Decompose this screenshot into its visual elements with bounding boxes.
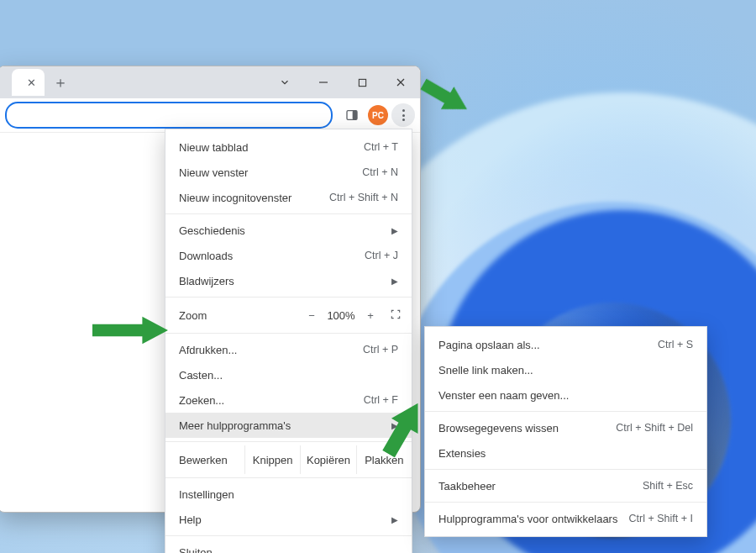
menu-label: Taakbeheer bbox=[438, 480, 496, 492]
menu-item-help[interactable]: Help ▶ bbox=[165, 507, 412, 532]
menu-label: Bladwijzers bbox=[179, 275, 234, 287]
tab-active[interactable]: tab ✕ bbox=[12, 69, 45, 96]
menu-item-new-incognito[interactable]: Nieuw incognitovenster Ctrl + Shift + N bbox=[165, 185, 412, 210]
chevron-right-icon: ▶ bbox=[391, 226, 398, 235]
svg-rect-2 bbox=[353, 111, 357, 120]
submenu-item-save-page[interactable]: Pagina opslaan als... Ctrl + S bbox=[425, 332, 706, 357]
menu-label: Zoeken... bbox=[179, 394, 224, 407]
menu-item-cast[interactable]: Casten... bbox=[165, 362, 412, 387]
menu-shortcut: Ctrl + F bbox=[364, 394, 398, 406]
menu-label: Instellingen bbox=[179, 488, 234, 501]
fullscreen-button[interactable] bbox=[390, 308, 402, 323]
menu-separator bbox=[425, 411, 706, 412]
menu-separator bbox=[165, 441, 412, 442]
more-tools-submenu: Pagina opslaan als... Ctrl + S Snelle li… bbox=[424, 326, 707, 537]
close-icon bbox=[396, 77, 406, 87]
menu-shortcut: Shift + Esc bbox=[643, 480, 693, 492]
close-tab-icon[interactable]: ✕ bbox=[27, 76, 36, 89]
maximize-icon bbox=[358, 78, 367, 87]
side-panel-button[interactable] bbox=[339, 103, 365, 128]
menu-label: Nieuw tabblad bbox=[179, 141, 248, 154]
menu-separator bbox=[165, 333, 412, 334]
menu-separator bbox=[165, 297, 412, 298]
new-tab-button[interactable]: ＋ bbox=[50, 71, 71, 93]
menu-item-edit: Bewerken Knippen Kopiëren Plakken bbox=[165, 445, 412, 474]
menu-label: Hulpprogramma's voor ontwikkelaars bbox=[438, 513, 617, 525]
menu-item-more-tools[interactable]: Meer hulpprogramma's ▶ bbox=[165, 413, 412, 438]
menu-label: Casten... bbox=[179, 369, 223, 382]
menu-label: Nieuw incognitovenster bbox=[179, 192, 291, 204]
submenu-item-task-manager[interactable]: Taakbeheer Shift + Esc bbox=[425, 473, 706, 498]
profile-avatar[interactable]: PC bbox=[368, 105, 388, 125]
edit-label: Bewerken bbox=[165, 445, 245, 474]
chevron-right-icon: ▶ bbox=[391, 421, 398, 430]
menu-label: Extensies bbox=[438, 447, 486, 460]
submenu-item-clear-data[interactable]: Browsegegevens wissen Ctrl + Shift + Del bbox=[425, 415, 706, 440]
avatar-initials: PC bbox=[372, 111, 384, 120]
svg-rect-0 bbox=[359, 79, 365, 86]
menu-label: Help bbox=[179, 514, 202, 526]
menu-label: Pagina opslaan als... bbox=[438, 339, 540, 351]
menu-label: Meer hulpprogramma's bbox=[179, 419, 291, 432]
menu-item-bookmarks[interactable]: Bladwijzers ▶ bbox=[165, 268, 412, 293]
zoom-percent: 100% bbox=[323, 309, 360, 322]
menu-label: Browsegegevens wissen bbox=[438, 422, 559, 434]
menu-separator bbox=[165, 535, 412, 536]
paste-button[interactable]: Plakken bbox=[357, 445, 412, 474]
menu-shortcut: Ctrl + N bbox=[362, 166, 398, 178]
menu-label: Geschiedenis bbox=[179, 224, 245, 237]
menu-shortcut: Ctrl + Shift + I bbox=[629, 513, 693, 524]
chevron-right-icon: ▶ bbox=[391, 276, 398, 286]
tab-strip: tab ✕ ＋ bbox=[0, 66, 265, 98]
menu-label: Venster een naam geven... bbox=[438, 389, 569, 402]
menu-item-history[interactable]: Geschiedenis ▶ bbox=[165, 218, 412, 243]
copy-button[interactable]: Kopiëren bbox=[301, 445, 356, 474]
menu-separator bbox=[425, 469, 706, 470]
minimize-icon bbox=[318, 77, 328, 87]
menu-item-settings[interactable]: Instellingen bbox=[165, 482, 412, 507]
menu-separator bbox=[425, 502, 706, 503]
chevron-down-icon bbox=[279, 76, 291, 88]
close-window-button[interactable] bbox=[381, 66, 420, 98]
menu-item-new-tab[interactable]: Nieuw tabblad Ctrl + T bbox=[165, 134, 412, 160]
menu-shortcut: Ctrl + S bbox=[658, 339, 693, 350]
submenu-item-create-shortcut[interactable]: Snelle link maken... bbox=[425, 357, 706, 382]
menu-shortcut: Ctrl + P bbox=[363, 344, 398, 356]
menu-shortcut: Ctrl + Shift + Del bbox=[616, 422, 693, 434]
side-panel-icon bbox=[345, 108, 359, 122]
menu-separator bbox=[165, 477, 412, 478]
zoom-out-button[interactable]: − bbox=[301, 309, 323, 322]
zoom-label: Zoom bbox=[179, 309, 207, 322]
menu-item-downloads[interactable]: Downloads Ctrl + J bbox=[165, 243, 412, 268]
kebab-dot-icon bbox=[402, 118, 405, 121]
zoom-in-button[interactable]: + bbox=[360, 309, 381, 322]
menu-label: Sluiten bbox=[179, 546, 213, 554]
menu-shortcut: Ctrl + Shift + N bbox=[329, 192, 398, 203]
menu-item-find[interactable]: Zoeken... Ctrl + F bbox=[165, 387, 412, 413]
menu-item-print[interactable]: Afdrukken... Ctrl + P bbox=[165, 337, 412, 362]
menu-item-zoom: Zoom − 100% + bbox=[165, 301, 412, 329]
menu-label: Nieuw venster bbox=[179, 166, 248, 179]
menu-label: Afdrukken... bbox=[179, 344, 237, 356]
menu-label: Snelle link maken... bbox=[438, 364, 533, 377]
submenu-item-dev-tools[interactable]: Hulpprogramma's voor ontwikkelaars Ctrl … bbox=[425, 506, 706, 531]
titlebar: tab ✕ ＋ bbox=[0, 66, 420, 98]
toolbar: PC bbox=[0, 98, 420, 133]
menu-shortcut: Ctrl + T bbox=[364, 141, 398, 153]
kebab-dot-icon bbox=[402, 114, 405, 117]
kebab-dot-icon bbox=[402, 109, 405, 112]
tab-search-button[interactable] bbox=[265, 66, 304, 98]
submenu-item-extensions[interactable]: Extensies bbox=[425, 440, 706, 466]
minimize-button[interactable] bbox=[304, 66, 343, 98]
menu-shortcut: Ctrl + J bbox=[365, 250, 398, 261]
window-controls bbox=[265, 66, 420, 98]
address-bar[interactable] bbox=[5, 102, 333, 129]
cut-button[interactable]: Knippen bbox=[245, 445, 301, 474]
maximize-button[interactable] bbox=[343, 66, 381, 98]
submenu-item-name-window[interactable]: Venster een naam geven... bbox=[425, 382, 706, 408]
menu-item-new-window[interactable]: Nieuw venster Ctrl + N bbox=[165, 160, 412, 185]
menu-separator bbox=[165, 213, 412, 214]
menu-item-exit[interactable]: Sluiten bbox=[165, 540, 412, 553]
main-menu-button[interactable] bbox=[391, 103, 415, 127]
fullscreen-icon bbox=[390, 308, 402, 320]
